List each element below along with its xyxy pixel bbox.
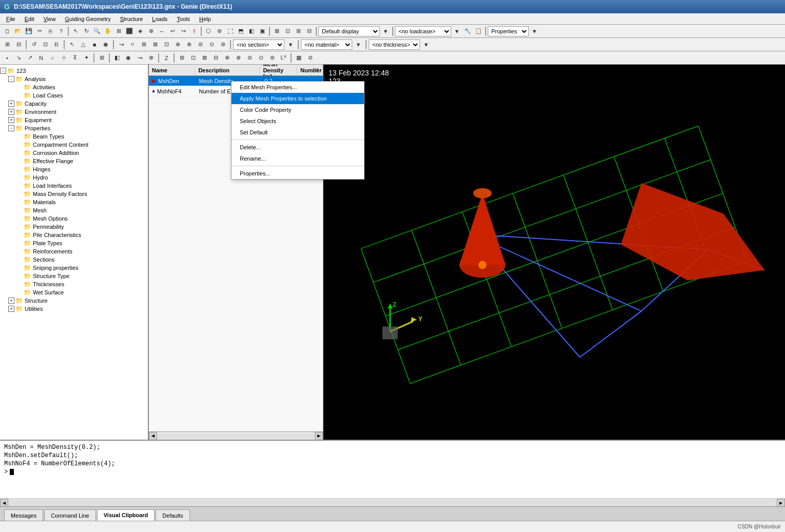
tb-c3[interactable]: ⛶: [225, 26, 235, 36]
console-scroll-right[interactable]: ▶: [777, 499, 785, 507]
tab-defaults[interactable]: Defaults: [156, 509, 189, 521]
tb3-b2[interactable]: ⊼: [70, 53, 80, 63]
tree-item-thicknesses[interactable]: 📁 Thicknesses: [0, 280, 148, 288]
tb-open[interactable]: 📂: [13, 26, 23, 36]
tree-item-environment[interactable]: + 📁 Environment: [0, 108, 148, 116]
section-select[interactable]: <no section>: [233, 40, 284, 50]
tb2-c3[interactable]: ■: [89, 40, 100, 50]
menu-tools[interactable]: Tools: [173, 15, 194, 23]
tree-item-structure[interactable]: + 📁 Structure: [0, 297, 148, 305]
tb2-d1[interactable]: ↝: [116, 40, 126, 50]
tb-copy[interactable]: ⎘: [45, 26, 55, 36]
tb2-d3[interactable]: ⊞: [139, 40, 149, 50]
tb2-d7[interactable]: ⊗: [184, 40, 194, 50]
tb-help[interactable]: ?: [56, 26, 66, 36]
ctx-apply-mesh[interactable]: Apply Mesh Properties to selection: [232, 93, 364, 104]
tree-item-load-interfaces[interactable]: 📁 Load Interfaces: [0, 182, 148, 190]
tb-zoom[interactable]: 🔍: [92, 26, 102, 36]
tb-b4[interactable]: ↔: [157, 26, 167, 36]
menu-view[interactable]: View: [40, 15, 60, 23]
tree-item-plate-types[interactable]: 📁 Plate Types: [0, 239, 148, 247]
tb-c5[interactable]: ◧: [246, 26, 257, 36]
tb3-e1[interactable]: ▦: [294, 53, 304, 63]
tb3-a2[interactable]: ↘: [13, 53, 24, 63]
tree-expand-equipment[interactable]: +: [8, 117, 14, 123]
tb3-c2[interactable]: ◉: [123, 53, 133, 63]
scroll-right-btn[interactable]: ▶: [315, 432, 323, 440]
tb-b5[interactable]: ↩: [167, 26, 178, 36]
tree-item-analysis[interactable]: - 📁 Analysis: [0, 75, 148, 83]
tb2-c2[interactable]: △: [78, 40, 88, 50]
ctx-properties[interactable]: Properties...: [232, 168, 364, 179]
tb-d3[interactable]: ⊞: [293, 26, 303, 36]
ctx-color-code[interactable]: Color Code Property: [232, 104, 364, 115]
loadcase-select[interactable]: <no loadcase>: [395, 26, 451, 36]
tb2-d4[interactable]: ⊠: [150, 40, 160, 50]
ctx-set-default[interactable]: Set Default: [232, 127, 364, 138]
tb3-d7[interactable]: ⊘: [244, 53, 255, 63]
tree-item-activities[interactable]: 📁 Activities: [0, 83, 148, 91]
tree-expand-capacity[interactable]: +: [8, 101, 14, 107]
tree-item-effective-flange[interactable]: 📁 Effective Flange: [0, 157, 148, 165]
tb3-d4[interactable]: ⊟: [210, 53, 221, 63]
tb3-z[interactable]: Z: [161, 53, 171, 63]
tree-item-capacity[interactable]: + 📁 Capacity: [0, 100, 148, 108]
tb-save[interactable]: 💾: [24, 26, 34, 36]
tree-root-item[interactable]: - 📁 123: [0, 67, 148, 75]
tb-c6[interactable]: ▣: [257, 26, 267, 36]
ctx-rename[interactable]: Rename...: [232, 153, 364, 164]
tb3-circle[interactable]: ○: [47, 53, 58, 63]
tb3-d2[interactable]: ⊡: [188, 53, 198, 63]
tree-item-properties[interactable]: - 📁 Properties: [0, 124, 148, 132]
props-select[interactable]: Properties: [488, 26, 529, 36]
viewport-3d[interactable]: 13 Feb 2023 12:48 123: [323, 65, 785, 440]
tb3-d3[interactable]: ⊠: [199, 53, 209, 63]
tb2-d9[interactable]: ⊙: [206, 40, 217, 50]
tb3-e2[interactable]: ⊘: [305, 53, 315, 63]
tb2-d6[interactable]: ⊕: [173, 40, 183, 50]
tree-expand-properties[interactable]: -: [8, 125, 14, 131]
tb-c1[interactable]: ⬡: [203, 26, 214, 36]
tree-item-structure-type[interactable]: 📁 Structure Type: [0, 272, 148, 280]
tb-b2[interactable]: ◈: [135, 26, 145, 36]
tb2-a2[interactable]: ⊟: [13, 40, 24, 50]
tb3-c1[interactable]: ◧: [112, 53, 122, 63]
tree-item-sniping-properties[interactable]: 📁 Sniping properties: [0, 264, 148, 272]
display-select[interactable]: Default display: [318, 26, 380, 36]
tb-b3[interactable]: ⊕: [146, 26, 156, 36]
tb-b1[interactable]: ⬛: [124, 26, 135, 36]
menu-loads[interactable]: Loads: [148, 15, 171, 23]
col-name[interactable]: Name: [149, 66, 195, 74]
loadcase-dropdown[interactable]: ▼: [452, 26, 462, 36]
tree-item-loadcases[interactable]: 📁 Load Cases: [0, 91, 148, 100]
tb-rotate[interactable]: ↻: [81, 26, 91, 36]
tb2-a1[interactable]: ⊞: [2, 40, 12, 50]
tb2-d8[interactable]: ⊘: [195, 40, 205, 50]
tab-command-line[interactable]: Command Line: [44, 509, 96, 521]
tb3-b1[interactable]: ⊹: [59, 53, 69, 63]
col-description[interactable]: Description: [195, 66, 260, 74]
tree-item-equipment[interactable]: + 📁 Equipment: [0, 116, 148, 124]
tb-d4[interactable]: ⊟: [304, 26, 314, 36]
menu-structure[interactable]: Structure: [116, 15, 147, 23]
tree-item-hydro[interactable]: 📁 Hydro: [0, 173, 148, 182]
tree-expand-root[interactable]: -: [0, 68, 6, 74]
tb2-d2[interactable]: ⌗: [127, 40, 138, 50]
tb3-n[interactable]: N: [36, 53, 46, 63]
thickness-dropdown[interactable]: ▼: [421, 40, 431, 50]
tab-messages[interactable]: Messages: [4, 509, 43, 521]
tb3-lr[interactable]: Lᴿ: [278, 53, 289, 63]
tree-item-sections[interactable]: 📁 Sections: [0, 255, 148, 264]
tb3-d5[interactable]: ⊕: [222, 53, 232, 63]
tree-item-corrosion-addition[interactable]: 📁 Corrosion Addition: [0, 149, 148, 157]
tree-item-reinforcements[interactable]: 📁 Reinforcements: [0, 247, 148, 255]
tb3-a1[interactable]: •: [2, 53, 12, 63]
tb3-d1[interactable]: ⊞: [177, 53, 187, 63]
tb-select[interactable]: ↖: [70, 26, 81, 36]
section-dropdown[interactable]: ▼: [285, 40, 296, 50]
scroll-left-btn[interactable]: ◀: [149, 432, 157, 440]
display-dropdown[interactable]: ▼: [380, 26, 391, 36]
menu-edit[interactable]: Edit: [21, 15, 39, 23]
tree-item-beam-types[interactable]: 📁 Beam Types: [0, 132, 148, 141]
console-scroll-left[interactable]: ◀: [0, 499, 8, 507]
